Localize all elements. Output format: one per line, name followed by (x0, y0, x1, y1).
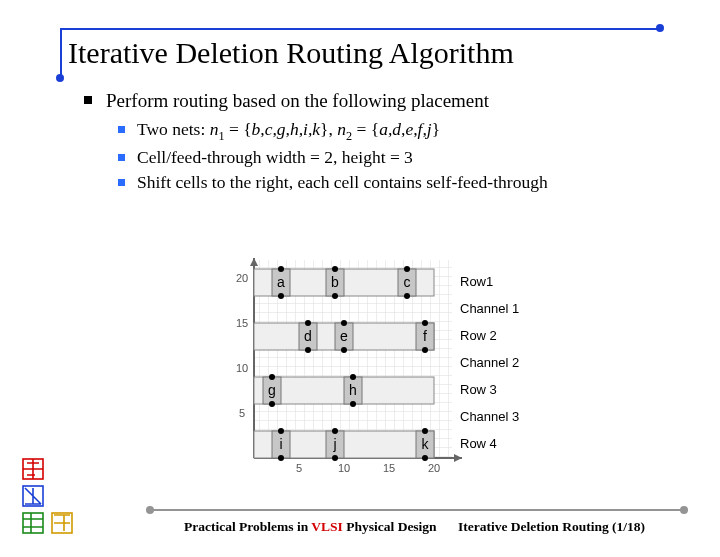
svg-point-14 (305, 347, 311, 353)
footer-rule-dot-left (146, 506, 154, 514)
cell-j: j (326, 428, 344, 461)
footer-right: Iterative Deletion Routing (1/18) (458, 519, 645, 535)
title-rule-h (60, 28, 660, 30)
svg-point-18 (341, 347, 347, 353)
var-n2: n (337, 119, 346, 139)
svg-point-29 (350, 374, 356, 380)
footer-rule-dot-right (680, 506, 688, 514)
bullet-l1-text: Perform routing based on the following p… (106, 88, 489, 114)
cell-a: a (272, 266, 290, 299)
bullet-square-icon (84, 96, 92, 104)
svg-text:a: a (277, 274, 285, 290)
title-rule-dot-bottom (56, 74, 64, 82)
svg-point-21 (422, 320, 428, 326)
t: Two nets: (137, 119, 210, 139)
svg-point-10 (404, 293, 410, 299)
slide-title: Iterative Deletion Routing Algorithm (68, 36, 514, 70)
ytick-10: 10 (236, 362, 248, 374)
cell-c: c (398, 266, 416, 299)
bullet-nets-text: Two nets: n1 = {b,c,g,h,i,k}, n2 = {a,d,… (137, 118, 440, 144)
svg-point-2 (278, 293, 284, 299)
svg-text:e: e (340, 328, 348, 344)
bullet-square-icon (118, 179, 125, 186)
svg-point-5 (332, 266, 338, 272)
svg-point-6 (332, 293, 338, 299)
t: Practical Problems in (184, 519, 311, 534)
svg-text:i: i (279, 436, 282, 452)
svg-point-34 (278, 455, 284, 461)
cell-e: e (335, 320, 353, 353)
bullet-level1: Perform routing based on the following p… (84, 88, 654, 114)
diagram-svg: a b c d e (214, 258, 534, 488)
cell-k: k (416, 428, 434, 461)
svg-point-13 (305, 320, 311, 326)
bullet-square-icon (118, 154, 125, 161)
svg-text:d: d (304, 328, 312, 344)
bullet-shift-text: Shift cells to the right, each cell cont… (137, 171, 548, 195)
t: = { (352, 119, 379, 139)
svg-text:j: j (332, 436, 336, 452)
svg-point-30 (350, 401, 356, 407)
set1: b,c,g,h,i,k (252, 119, 321, 139)
svg-text:c: c (404, 274, 411, 290)
set2: a,d,e,f,j (379, 119, 432, 139)
svg-text:g: g (268, 382, 276, 398)
t: Physical Design (343, 519, 437, 534)
slide: Iterative Deletion Routing Algorithm Per… (0, 0, 720, 557)
x-axis-arrow-icon (454, 454, 462, 462)
svg-point-25 (269, 374, 275, 380)
label-row3: Row 3 (460, 382, 497, 397)
svg-point-9 (404, 266, 410, 272)
cell-i: i (272, 428, 290, 461)
ytick-20: 20 (236, 272, 248, 284)
svg-point-1 (278, 266, 284, 272)
svg-point-26 (269, 401, 275, 407)
t: } (432, 119, 440, 139)
vlsi-highlight: VLSI (311, 519, 343, 534)
svg-text:h: h (349, 382, 357, 398)
footer-rule (150, 509, 684, 511)
svg-point-38 (332, 455, 338, 461)
bullet-level2-shift: Shift cells to the right, each cell cont… (118, 171, 654, 195)
bullet-level2-dims: Cell/feed-through width = 2, height = 3 (118, 146, 654, 170)
ytick-5: 5 (239, 407, 245, 419)
label-row4: Row 4 (460, 436, 497, 451)
svg-text:b: b (331, 274, 339, 290)
bullet-level2-nets: Two nets: n1 = {b,c,g,h,i,k}, n2 = {a,d,… (118, 118, 654, 144)
label-row1: Row1 (460, 274, 493, 289)
svg-point-17 (341, 320, 347, 326)
t: }, (320, 119, 337, 139)
footer: Practical Problems in VLSI Physical Desi… (0, 497, 720, 557)
xtick-5: 5 (296, 462, 302, 474)
t: = { (225, 119, 252, 139)
cell-d: d (299, 320, 317, 353)
bullet-dims-text: Cell/feed-through width = 2, height = 3 (137, 146, 413, 170)
label-channel2: Channel 2 (460, 355, 519, 370)
placement-diagram: a b c d e (214, 258, 534, 488)
ytick-15: 15 (236, 317, 248, 329)
cell-b: b (326, 266, 344, 299)
xtick-20: 20 (428, 462, 440, 474)
title-rule-dot-right (656, 24, 664, 32)
content-area: Perform routing based on the following p… (84, 88, 654, 197)
svg-point-37 (332, 428, 338, 434)
bullet-square-icon (118, 126, 125, 133)
svg-point-42 (422, 455, 428, 461)
cell-f: f (416, 320, 434, 353)
label-channel3: Channel 3 (460, 409, 519, 424)
cell-h: h (344, 374, 362, 407)
svg-point-22 (422, 347, 428, 353)
xtick-15: 15 (383, 462, 395, 474)
svg-text:k: k (422, 436, 430, 452)
label-row2: Row 2 (460, 328, 497, 343)
title-rule-v (60, 28, 62, 78)
label-channel1: Channel 1 (460, 301, 519, 316)
svg-text:f: f (423, 328, 427, 344)
cell-g: g (263, 374, 281, 407)
xtick-10: 10 (338, 462, 350, 474)
svg-point-33 (278, 428, 284, 434)
svg-point-41 (422, 428, 428, 434)
footer-left: Practical Problems in VLSI Physical Desi… (184, 519, 437, 535)
